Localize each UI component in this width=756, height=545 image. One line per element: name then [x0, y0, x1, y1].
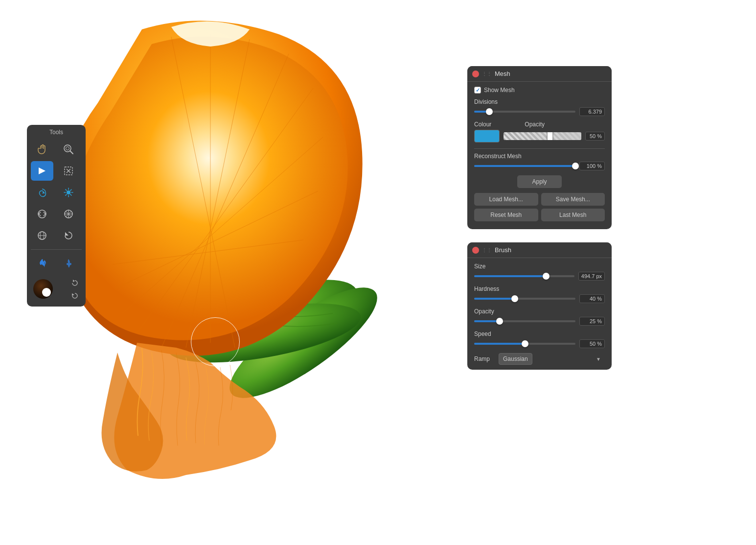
twirl-tool[interactable]: [31, 183, 53, 202]
reconstruct-tool[interactable]: [57, 226, 80, 245]
ramp-select[interactable]: Gaussian Linear Sine Sphere: [499, 353, 532, 365]
mesh-divider-1: [474, 148, 605, 149]
show-mesh-label: Show Mesh: [484, 87, 515, 94]
divisions-label: Divisions: [474, 98, 605, 105]
last-mesh-button[interactable]: Last Mesh: [541, 209, 605, 221]
mesh-panel-header: × ⋮⋮ Mesh: [467, 66, 612, 82]
reconstruct-slider[interactable]: [474, 165, 575, 167]
hand-tool[interactable]: [31, 140, 53, 159]
brush-panel-title: Brush: [495, 246, 511, 254]
mesh-panel-drag[interactable]: ⋮⋮: [482, 71, 492, 76]
mesh-opacity-label: Opacity: [525, 121, 545, 128]
reset-mesh-button[interactable]: Reset Mesh: [474, 209, 538, 221]
colour-opacity-row: 50 %: [474, 130, 605, 142]
brush-opacity-slider-row: 25 %: [474, 317, 605, 326]
brush-panel-close[interactable]: ×: [472, 247, 479, 254]
speed-label: Speed: [474, 331, 605, 337]
svg-marker-25: [72, 293, 74, 296]
speed-slider-row: 50 %: [474, 339, 605, 348]
brush-opacity-label: Opacity: [474, 308, 605, 315]
mesh-panel: × ⋮⋮ Mesh ✓ Show Mesh Divisions 6.379 Co…: [467, 66, 612, 229]
warp-tool[interactable]: [31, 161, 53, 181]
mesh-panel-close[interactable]: ×: [472, 71, 479, 77]
ramp-label: Ramp: [474, 355, 494, 362]
brush-panel-body: Size 494.7 px Hardness 40 % Opacity: [467, 258, 612, 370]
ramp-select-arrow: ▼: [596, 356, 601, 362]
brush-opacity-slider[interactable]: [474, 320, 575, 322]
crystalize-tool[interactable]: [57, 204, 80, 224]
colour-swatch[interactable]: [474, 130, 500, 142]
brush-panel-header: × ⋮⋮ Brush: [467, 242, 612, 258]
hardness-slider-row: 40 %: [474, 294, 605, 303]
burn-tool[interactable]: [31, 254, 53, 273]
svg-point-12: [66, 147, 69, 150]
sphere-tool[interactable]: [31, 226, 53, 245]
size-slider[interactable]: [474, 275, 574, 277]
liquify-tool[interactable]: [57, 161, 80, 181]
speed-value[interactable]: 50 %: [579, 339, 605, 348]
speed-slider[interactable]: [474, 343, 575, 345]
mesh-panel-title: Mesh: [495, 70, 510, 77]
tool-separator: [31, 249, 82, 250]
mesh-opacity-value[interactable]: 50 %: [585, 132, 605, 141]
canvas-area: Tools: [0, 0, 756, 545]
size-slider-row: 494.7 px: [474, 272, 605, 281]
colour-label: Colour: [474, 121, 491, 128]
tools-panel: Tools: [27, 125, 86, 307]
svg-point-17: [67, 190, 70, 194]
size-value[interactable]: 494.7 px: [578, 272, 605, 281]
mesh-panel-body: ✓ Show Mesh Divisions 6.379 Colour Opaci…: [467, 82, 612, 229]
svg-marker-14: [39, 167, 46, 174]
svg-marker-24: [73, 280, 75, 282]
load-mesh-button[interactable]: Load Mesh...: [474, 193, 538, 206]
push-tool[interactable]: [31, 204, 53, 224]
svg-point-18: [38, 210, 46, 218]
mesh-buttons-row2: Reset Mesh Last Mesh: [474, 209, 605, 221]
freeze-tool[interactable]: [57, 254, 80, 273]
hardness-label: Hardness: [474, 285, 605, 292]
hardness-value[interactable]: 40 %: [579, 294, 605, 303]
svg-marker-23: [65, 232, 69, 236]
divisions-value[interactable]: 6.379: [579, 107, 605, 116]
brush-panel: × ⋮⋮ Brush Size 494.7 px Hardness: [467, 242, 612, 370]
svg-line-13: [70, 151, 73, 154]
reset-brush-icon[interactable]: [69, 277, 81, 289]
divisions-slider-row: 6.379: [474, 107, 605, 116]
reconstruct-label: Reconstruct Mesh: [474, 153, 605, 160]
tools-grid: [31, 140, 82, 303]
reconstruct-slider-row: 100 %: [474, 162, 605, 170]
apply-button[interactable]: Apply: [517, 175, 561, 188]
colour-opacity-labels: Colour Opacity: [474, 121, 605, 128]
mesh-buttons-row1: Load Mesh... Save Mesh...: [474, 193, 605, 206]
undo-brush-icon[interactable]: [70, 291, 80, 301]
brush-panel-drag[interactable]: ⋮⋮: [482, 247, 492, 253]
save-mesh-button[interactable]: Save Mesh...: [541, 193, 605, 206]
reconstruct-value[interactable]: 100 %: [579, 162, 605, 170]
brush-opacity-value[interactable]: 25 %: [579, 317, 605, 326]
zoom-tool[interactable]: [57, 140, 80, 159]
divisions-slider[interactable]: [474, 111, 575, 113]
ramp-select-wrapper: Gaussian Linear Sine Sphere ▼: [499, 353, 605, 365]
hardness-slider[interactable]: [474, 298, 575, 300]
tools-panel-title: Tools: [31, 129, 82, 136]
ramp-row: Ramp Gaussian Linear Sine Sphere ▼: [474, 353, 605, 365]
brush-icon: [32, 278, 54, 300]
show-mesh-row: ✓ Show Mesh: [474, 87, 605, 94]
bloat-tool[interactable]: [57, 183, 80, 202]
size-label: Size: [474, 263, 605, 270]
opacity-slider[interactable]: [504, 132, 581, 140]
brush-preview: [31, 275, 82, 303]
show-mesh-checkbox[interactable]: ✓: [474, 87, 481, 94]
svg-marker-16: [42, 191, 45, 193]
